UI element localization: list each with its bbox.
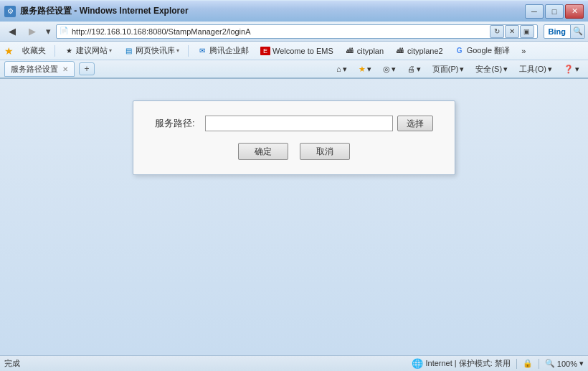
quicklib-icon: ▤ xyxy=(123,46,133,56)
rss-btn[interactable]: ◎ ▾ xyxy=(379,62,400,76)
new-tab-button[interactable]: + xyxy=(79,62,95,75)
address-action-buttons: ↻ ✕ ▣ xyxy=(490,25,534,38)
globe-icon: 🌐 xyxy=(412,358,423,369)
stop-button[interactable]: ✕ xyxy=(505,25,519,38)
service-path-dialog: 服务路径: 选择 确定 取消 xyxy=(133,100,455,175)
tab-close-icon[interactable]: ✕ xyxy=(62,65,68,73)
help-button[interactable]: ❓ ▾ xyxy=(559,62,584,76)
rss-icon: ◎ xyxy=(383,65,390,74)
print-arrow: ▾ xyxy=(417,65,421,74)
suggest-arrow-icon: ▾ xyxy=(109,47,112,54)
bookmark-google-translate[interactable]: G Google 翻译 xyxy=(450,43,515,58)
toolbar-right: ⌂ ▾ ★ ▾ ◎ ▾ 🖨 ▾ 页面(P) ▾ 安全(S) ▾ 工具(O) ▾ … xyxy=(332,62,584,77)
help-icon: ❓ xyxy=(564,65,574,74)
title-bar-text: 服务路径设置 - Windows Internet Explorer xyxy=(20,5,525,17)
safety-label: 安全(S) xyxy=(475,64,502,75)
service-path-input[interactable] xyxy=(205,116,393,131)
status-right: 🌐 Internet | 保护模式: 禁用 🔒 🔍 100% ▾ xyxy=(412,358,584,369)
safety-menu[interactable]: 安全(S) ▾ xyxy=(471,62,512,77)
bing-label: Bing xyxy=(544,27,570,36)
status-separator-2 xyxy=(539,359,539,369)
dialog-actions: 确定 取消 xyxy=(155,143,433,160)
favorites-button[interactable]: 收藏夹 xyxy=(18,43,50,58)
tools-menu[interactable]: 工具(O) ▾ xyxy=(515,62,556,77)
bookmarks-more-button[interactable]: » xyxy=(517,44,530,57)
rss-arrow: ▾ xyxy=(392,65,396,74)
page-label: 页面(P) xyxy=(432,64,459,75)
favorites-star-icon: ★ xyxy=(4,45,14,57)
status-bar: 完成 🌐 Internet | 保护模式: 禁用 🔒 🔍 100% ▾ xyxy=(0,355,588,371)
tools-label: 工具(O) xyxy=(519,64,546,75)
zoom-icon: 🔍 xyxy=(545,359,555,368)
page-menu[interactable]: 页面(P) ▾ xyxy=(428,62,469,77)
address-input[interactable] xyxy=(72,27,490,36)
bookmark-tencent-mail[interactable]: ✉ 腾讯企业邮 xyxy=(193,43,253,58)
tools-arrow-icon: ▾ xyxy=(548,65,552,74)
service-path-row: 服务路径: 选择 xyxy=(155,116,433,131)
title-bar: ⚙ 服务路径设置 - Windows Internet Explorer ─ □… xyxy=(0,0,588,22)
back-button[interactable]: ◀ xyxy=(3,24,22,39)
safety-arrow-icon: ▾ xyxy=(503,65,508,74)
bookmark-cityplan[interactable]: 🏙 cityplan xyxy=(341,44,388,58)
help-arrow-icon: ▾ xyxy=(575,65,579,74)
page-tab-active[interactable]: 服务路径设置 ✕ xyxy=(4,61,75,77)
tencent-icon: ✉ xyxy=(197,46,207,56)
bookmark-separator-1 xyxy=(54,45,55,57)
nav-dropdown-button[interactable]: ▾ xyxy=(43,24,53,39)
print-icon: 🖨 xyxy=(407,65,415,73)
quicklib-label: 网页快讯库 xyxy=(136,45,175,56)
tab-toolbar: 服务路径设置 ✕ + ⌂ ▾ ★ ▾ ◎ ▾ 🖨 ▾ 页面(P) ▾ 安全(S)… xyxy=(0,60,588,79)
favorites-arrow: ▾ xyxy=(367,65,371,74)
close-button[interactable]: ✕ xyxy=(565,4,584,19)
bookmarks-bar: ★ 收藏夹 ★ 建议网站 ▾ ▤ 网页快讯库 ▾ ✉ 腾讯企业邮 E Welco… xyxy=(0,42,588,60)
title-bar-buttons: ─ □ ✕ xyxy=(525,4,584,19)
cityplan-label: cityplan xyxy=(357,47,384,55)
page-arrow-icon: ▾ xyxy=(460,65,464,74)
home-button[interactable]: ⌂ ▾ xyxy=(332,62,351,76)
bookmark-separator-2 xyxy=(188,45,189,57)
service-path-label: 服务路径: xyxy=(155,117,198,130)
ems-label: Welcome to EMS xyxy=(272,47,333,55)
zoom-control[interactable]: 🔍 100% ▾ xyxy=(545,359,584,368)
cancel-button[interactable]: 取消 xyxy=(300,143,350,160)
suggest-icon: ★ xyxy=(64,46,74,56)
bookmark-ems[interactable]: E Welcome to EMS xyxy=(256,44,338,57)
lock-zone: 🔒 xyxy=(523,359,533,368)
bookmark-suggest-sites[interactable]: ★ 建议网站 ▾ xyxy=(60,43,116,58)
bookmark-cityplane2[interactable]: 🏙 cityplane2 xyxy=(391,44,447,58)
zoom-dropdown-icon: ▾ xyxy=(579,359,584,368)
status-text: 完成 xyxy=(4,358,412,369)
favorites-icon: ★ xyxy=(359,65,366,74)
content-area: 服务路径: 选择 确定 取消 xyxy=(0,79,588,355)
google-icon: G xyxy=(455,46,465,56)
nav-toolbar: ◀ ▶ ▾ 📄 ↻ ✕ ▣ Bing 🔍 xyxy=(0,22,588,42)
zone-label: Internet | 保护模式: 禁用 xyxy=(425,358,510,369)
address-bar: 📄 ↻ ✕ ▣ xyxy=(56,24,538,39)
forward-button[interactable]: ▶ xyxy=(23,24,42,39)
tencent-label: 腾讯企业邮 xyxy=(209,45,249,56)
home-arrow: ▾ xyxy=(343,65,347,74)
select-button[interactable]: 选择 xyxy=(397,116,433,131)
refresh-button[interactable]: ↻ xyxy=(490,25,504,38)
more-icon: » xyxy=(521,47,526,55)
address-icon: 📄 xyxy=(60,27,70,37)
bookmark-quicklib[interactable]: ▤ 网页快讯库 ▾ xyxy=(119,43,184,58)
maximize-button[interactable]: □ xyxy=(545,4,564,19)
google-translate-label: Google 翻译 xyxy=(467,45,511,56)
cityplane2-label: cityplane2 xyxy=(407,47,443,55)
zoom-label: 100% xyxy=(557,360,577,368)
quicklib-arrow-icon: ▾ xyxy=(176,47,179,54)
ems-icon: E xyxy=(260,47,270,55)
cityplan-icon: 🏙 xyxy=(345,46,355,56)
search-bar: Bing 🔍 xyxy=(544,24,585,39)
tab-label: 服务路径设置 xyxy=(11,64,58,75)
search-button[interactable]: 🔍 xyxy=(570,25,584,38)
print-btn[interactable]: 🖨 ▾ xyxy=(403,62,425,76)
favorites-btn[interactable]: ★ ▾ xyxy=(354,62,376,76)
status-zone: 🌐 Internet | 保护模式: 禁用 xyxy=(412,358,510,369)
suggest-label: 建议网站 xyxy=(76,45,108,56)
minimize-button[interactable]: ─ xyxy=(525,4,544,19)
lock-icon: 🔒 xyxy=(523,359,533,368)
feed-button[interactable]: ▣ xyxy=(520,25,534,38)
confirm-button[interactable]: 确定 xyxy=(238,143,288,160)
